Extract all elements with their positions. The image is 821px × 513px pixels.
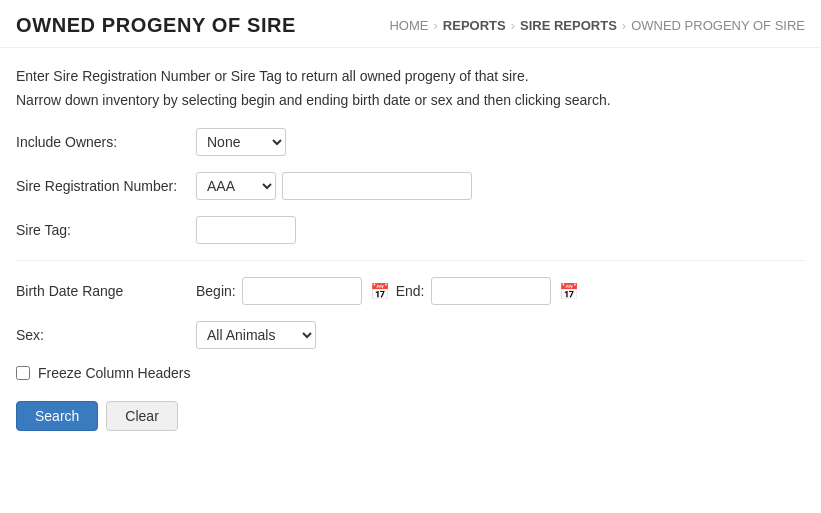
end-calendar-icon[interactable]: 📅: [559, 282, 579, 301]
breadcrumb: HOME › REPORTS › SIRE REPORTS › OWNED PR…: [389, 18, 805, 33]
sire-reg-row: Sire Registration Number: AAA AHA APHA: [16, 172, 805, 200]
nav-sep-2: ›: [511, 18, 515, 33]
sex-row: Sex: All Animals Male Female: [16, 321, 805, 349]
sire-reg-prefix-select[interactable]: AAA AHA APHA: [196, 172, 276, 200]
freeze-checkbox[interactable]: [16, 366, 30, 380]
sire-reg-input[interactable]: [282, 172, 472, 200]
nav-current: OWNED PROGENY OF SIRE: [631, 18, 805, 33]
begin-calendar-icon[interactable]: 📅: [370, 282, 390, 301]
nav-sep-1: ›: [433, 18, 437, 33]
description-line2: Narrow down inventory by selecting begin…: [16, 92, 805, 108]
button-row: Search Clear: [16, 401, 805, 431]
page-title: OWNED PROGENY OF SIRE: [16, 14, 296, 37]
page-header: OWNED PROGENY OF SIRE HOME › REPORTS › S…: [0, 0, 821, 48]
sex-label: Sex:: [16, 327, 196, 343]
nav-sep-3: ›: [622, 18, 626, 33]
begin-date-input[interactable]: [242, 277, 362, 305]
sire-tag-input[interactable]: [196, 216, 296, 244]
nav-sire-reports: SIRE REPORTS: [520, 18, 617, 33]
end-date-input[interactable]: [431, 277, 551, 305]
birth-fields: Begin: 📅 End: 📅: [196, 277, 579, 305]
sire-tag-row: Sire Tag:: [16, 216, 805, 244]
freeze-label: Freeze Column Headers: [38, 365, 191, 381]
include-owners-row: Include Owners: None All Active Inactive: [16, 128, 805, 156]
freeze-row: Freeze Column Headers: [16, 365, 805, 381]
birth-date-label: Birth Date Range: [16, 283, 196, 299]
nav-home[interactable]: HOME: [389, 18, 428, 33]
end-label: End:: [396, 283, 425, 299]
search-button[interactable]: Search: [16, 401, 98, 431]
clear-button[interactable]: Clear: [106, 401, 177, 431]
nav-reports: REPORTS: [443, 18, 506, 33]
sire-tag-label: Sire Tag:: [16, 222, 196, 238]
begin-label: Begin:: [196, 283, 236, 299]
birth-date-row: Birth Date Range Begin: 📅 End: 📅: [16, 277, 805, 305]
form-section: Include Owners: None All Active Inactive…: [16, 128, 805, 431]
description-line1: Enter Sire Registration Number or Sire T…: [16, 68, 805, 84]
include-owners-label: Include Owners:: [16, 133, 196, 151]
main-content: Enter Sire Registration Number or Sire T…: [0, 48, 821, 451]
sex-select[interactable]: All Animals Male Female: [196, 321, 316, 349]
form-divider: [16, 260, 805, 261]
include-owners-select[interactable]: None All Active Inactive: [196, 128, 286, 156]
sire-reg-label: Sire Registration Number:: [16, 178, 196, 194]
